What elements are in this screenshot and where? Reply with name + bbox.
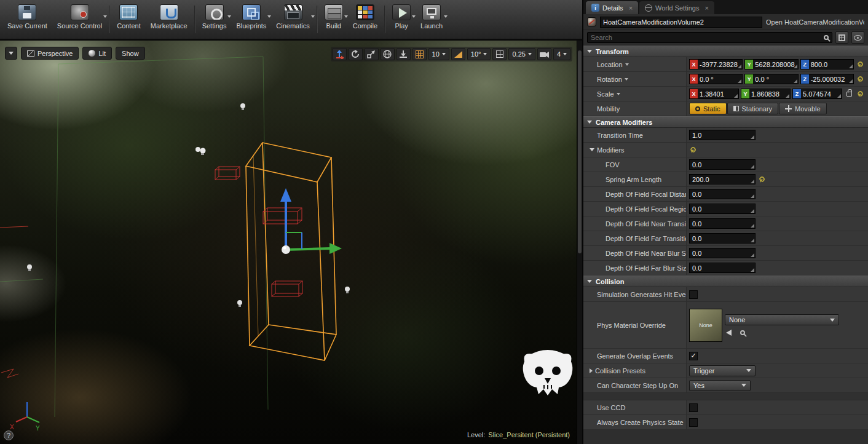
reset-to-default-icon[interactable]: [689, 146, 697, 154]
location-x-value[interactable]: -3977.23828: [698, 60, 742, 69]
step-up-dropdown[interactable]: Yes: [689, 380, 751, 391]
rotation-x-value[interactable]: 0.0 °: [698, 74, 742, 84]
scale-x-field[interactable]: X1.38401: [689, 89, 739, 99]
mobility-stationary-button[interactable]: Stationary: [727, 103, 779, 114]
use-selected-asset-icon[interactable]: [726, 330, 732, 336]
scale-snap-toggle-button[interactable]: [492, 48, 507, 60]
location-y-field[interactable]: Y5628.208008: [744, 59, 798, 69]
settings-button[interactable]: Settings: [197, 2, 232, 37]
rotation-label[interactable]: Rotation: [583, 72, 687, 86]
chevron-down-icon[interactable]: [528, 53, 532, 55]
open-source-link[interactable]: Open HoatCameraModificationVolume.h: [766, 18, 864, 26]
expander-icon[interactable]: [590, 368, 593, 373]
chevron-down-icon[interactable]: [442, 53, 446, 55]
use-ccd-checkbox[interactable]: [689, 403, 698, 412]
chevron-down-icon[interactable]: [344, 15, 348, 18]
scale-y-value[interactable]: 1.860838: [749, 89, 790, 98]
reset-to-default-icon[interactable]: [856, 75, 864, 83]
rotation-snap-toggle-button[interactable]: [451, 48, 465, 60]
source-control-button[interactable]: Source Control: [52, 2, 107, 37]
modifiers-label[interactable]: Modifiers: [583, 143, 687, 157]
location-x-field[interactable]: X-3977.23828: [689, 59, 743, 69]
collision-presets-dropdown[interactable]: Trigger: [689, 365, 756, 376]
expander-icon[interactable]: [590, 148, 594, 151]
camera-speed-button[interactable]: [537, 48, 551, 60]
reset-to-default-icon[interactable]: [758, 175, 766, 183]
chevron-down-icon[interactable]: [563, 53, 567, 55]
save-current-button[interactable]: Save Current: [2, 2, 52, 37]
tab-details[interactable]: i Details: [586, 1, 638, 14]
section-collision[interactable]: Collision: [583, 276, 868, 287]
cinematics-button[interactable]: Cinematics: [271, 2, 314, 37]
viewport-scrollbar[interactable]: [577, 41, 582, 444]
close-icon[interactable]: [704, 4, 708, 12]
camera-speed-value-button[interactable]: 4: [553, 48, 570, 60]
search-box[interactable]: [587, 32, 832, 43]
perspective-button[interactable]: Perspective: [21, 47, 79, 60]
mobility-movable-button[interactable]: Movable: [779, 103, 827, 114]
rotation-z-value[interactable]: -25.000032: [809, 74, 853, 84]
dof-far-blur-field[interactable]: 0.0: [689, 263, 756, 273]
chevron-down-icon[interactable]: [103, 15, 107, 18]
dof-focal-distance-field[interactable]: 0.0: [689, 189, 756, 199]
play-button[interactable]: Play: [387, 2, 416, 37]
rotation-y-field[interactable]: Y0.0 °: [744, 74, 798, 84]
display-filter-button[interactable]: [851, 31, 864, 44]
grid-snap-toggle-button[interactable]: [412, 48, 427, 60]
selection-volume-wireframe[interactable]: [246, 143, 336, 360]
mobility-static-button[interactable]: Static: [689, 103, 727, 114]
view-mode-button[interactable]: Lit: [82, 47, 112, 60]
content-button[interactable]: Content: [112, 2, 146, 37]
rotation-x-field[interactable]: X0.0 °: [689, 74, 743, 84]
help-button[interactable]: ?: [4, 430, 14, 440]
close-icon[interactable]: [629, 4, 633, 12]
scale-x-value[interactable]: 1.38401: [698, 89, 738, 98]
rotation-z-field[interactable]: Z-25.000032: [800, 74, 854, 84]
scale-z-value[interactable]: 5.074574: [801, 89, 842, 98]
grid-snap-value-button[interactable]: 10: [428, 48, 449, 60]
overlap-events-checkbox[interactable]: [689, 352, 698, 360]
fov-field[interactable]: 0.0: [689, 159, 756, 170]
section-transform[interactable]: Transform: [583, 46, 868, 57]
dof-near-transition-field[interactable]: 0.0: [689, 218, 756, 229]
browse-asset-icon[interactable]: [740, 330, 745, 335]
location-z-field[interactable]: Z800.0: [800, 59, 854, 69]
viewport-options-button[interactable]: [5, 47, 17, 60]
move-tool-button[interactable]: [333, 48, 347, 60]
phys-material-thumbnail[interactable]: None: [689, 309, 722, 342]
rotation-snap-value-button[interactable]: 10°: [467, 48, 491, 60]
location-z-value[interactable]: 800.0: [809, 60, 853, 69]
tab-world-settings[interactable]: World Settings: [639, 1, 714, 14]
sim-hit-events-checkbox[interactable]: [689, 290, 698, 299]
scale-tool-button[interactable]: [365, 48, 379, 60]
location-label[interactable]: Location: [583, 57, 687, 71]
chevron-down-icon[interactable]: [483, 53, 487, 55]
reset-to-default-icon[interactable]: [856, 60, 864, 68]
collision-presets-label[interactable]: Collision Presets: [583, 363, 687, 378]
property-matrix-button[interactable]: [835, 31, 848, 44]
scrollbar-thumb[interactable]: [578, 50, 582, 253]
show-flags-button[interactable]: Show: [116, 47, 145, 60]
phys-material-dropdown[interactable]: None: [725, 314, 839, 325]
compile-button[interactable]: Compile: [348, 2, 382, 37]
surface-snap-button[interactable]: [397, 48, 411, 60]
chevron-down-icon[interactable]: [311, 15, 315, 18]
scale-z-field[interactable]: Z5.074574: [792, 89, 842, 99]
world-local-toggle-button[interactable]: [381, 48, 395, 60]
level-viewport[interactable]: Y X Perspective Lit Show: [0, 41, 582, 444]
launch-button[interactable]: Launch: [416, 2, 448, 37]
section-camera-modifiers[interactable]: Camera Modifiers: [583, 116, 868, 128]
search-input[interactable]: [591, 34, 824, 41]
scale-snap-value-button[interactable]: 0.25: [508, 48, 535, 60]
lock-icon[interactable]: [846, 92, 852, 97]
dof-far-transition-field[interactable]: 0.0: [689, 233, 756, 244]
dof-near-blur-field[interactable]: 0.0: [689, 248, 756, 258]
rotate-tool-button[interactable]: [349, 48, 363, 60]
reset-to-default-icon[interactable]: [856, 90, 864, 98]
scale-y-field[interactable]: Y1.860838: [741, 89, 791, 99]
scale-label[interactable]: Scale: [583, 87, 687, 101]
actor-name-input[interactable]: [600, 17, 762, 28]
rotation-y-value[interactable]: 0.0 °: [753, 74, 797, 84]
spring-arm-field[interactable]: 200.0: [689, 174, 756, 184]
physics-state-checkbox[interactable]: [689, 418, 698, 427]
